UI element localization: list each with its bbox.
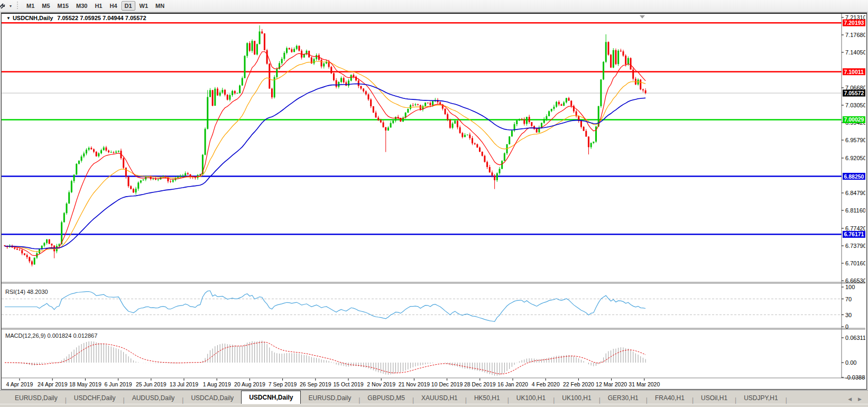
candle-body bbox=[620, 51, 622, 51]
tab-uk100-h1[interactable]: UK100,H1 bbox=[555, 392, 598, 404]
candle-body bbox=[205, 129, 206, 155]
candle-body bbox=[417, 105, 419, 105]
candle-body bbox=[516, 121, 518, 124]
candle-body bbox=[239, 86, 241, 93]
timeframe-button-h1[interactable]: H1 bbox=[91, 1, 105, 11]
symbol-dropdown-icon[interactable]: ▼ bbox=[6, 16, 11, 21]
ma-fast-line bbox=[5, 52, 645, 256]
tab-xauusd-h1[interactable]: XAUUSD,H1 bbox=[414, 392, 465, 404]
tab-usdjpy-h1[interactable]: USDJPY,H1 bbox=[736, 392, 785, 404]
candle-body bbox=[583, 127, 585, 131]
candle-body bbox=[588, 136, 589, 147]
chart-canvas[interactable]: 7.213107.176807.140507.066807.030506.994… bbox=[2, 14, 865, 388]
candle-body bbox=[645, 90, 647, 93]
candle-body bbox=[113, 152, 114, 153]
chart-ohlc-values: 7.05522 7.05925 7.04944 7.05572 bbox=[57, 15, 146, 21]
tab-eurusd-daily[interactable]: EURUSD,Daily bbox=[7, 392, 65, 404]
candle-body bbox=[390, 123, 392, 128]
tabs-scroll-left-icon[interactable]: ◀ bbox=[848, 396, 852, 402]
candle-body bbox=[427, 103, 429, 103]
tab-hk50-h1[interactable]: HK50,H1 bbox=[467, 392, 507, 404]
tab-usdcad-daily[interactable]: USDCAD,Daily bbox=[183, 392, 241, 404]
timeframe-button-w1[interactable]: W1 bbox=[136, 1, 152, 11]
toolbar-grip[interactable] bbox=[16, 2, 19, 10]
ma-slow-line bbox=[5, 84, 645, 249]
dropdown-caret-icon[interactable]: ▾ bbox=[10, 4, 12, 8]
candle-body bbox=[103, 147, 105, 150]
timeframe-toolbar: ▾ M1M5M15M30H1H4D1W1MN bbox=[0, 0, 868, 12]
candle-body bbox=[98, 153, 99, 156]
timeframe-button-m30[interactable]: M30 bbox=[73, 1, 90, 11]
candle-body bbox=[242, 78, 243, 86]
candle-body bbox=[76, 164, 77, 174]
tab-usdcnh-daily[interactable]: USDCNH,Daily bbox=[241, 391, 301, 404]
candle-body bbox=[350, 75, 352, 81]
candle-body bbox=[110, 152, 112, 153]
candle-body bbox=[271, 89, 273, 97]
trading-app: ▾ M1M5M15M30H1H4D1W1MN ▼USDCNH,Daily7.05… bbox=[0, 0, 868, 407]
timeframe-button-mn[interactable]: MN bbox=[152, 1, 168, 11]
timeframe-button-m1[interactable]: M1 bbox=[23, 1, 38, 11]
candle-body bbox=[479, 147, 481, 152]
candle-body bbox=[232, 91, 233, 95]
chart-title: ▼USDCNH,Daily7.05522 7.05925 7.04944 7.0… bbox=[5, 15, 148, 22]
tab-fra40-h1[interactable]: FRA40,H1 bbox=[648, 392, 692, 404]
tab-usoil-h1[interactable]: USOil,H1 bbox=[694, 392, 735, 404]
candle-body bbox=[14, 247, 15, 248]
candle-body bbox=[392, 121, 394, 123]
candle-body bbox=[71, 181, 72, 192]
candle-body bbox=[457, 121, 458, 127]
candle-body bbox=[523, 119, 525, 124]
candle-body bbox=[29, 257, 30, 261]
cursor-tool-button[interactable]: ▾ bbox=[0, 2, 14, 10]
candle-body bbox=[78, 161, 80, 164]
candle-body bbox=[266, 50, 268, 64]
candle-body bbox=[170, 181, 171, 182]
candle-body bbox=[234, 91, 236, 93]
candle-body bbox=[289, 48, 290, 49]
candle-body bbox=[499, 169, 501, 173]
candle-body bbox=[375, 113, 377, 117]
candle-body bbox=[642, 89, 644, 90]
candle-body bbox=[46, 239, 48, 243]
candle-body bbox=[489, 167, 491, 172]
candle-body bbox=[286, 48, 288, 53]
tab-audusd-daily[interactable]: AUDUSD,Daily bbox=[125, 392, 182, 404]
candle-body bbox=[81, 156, 82, 161]
candle-body bbox=[123, 158, 124, 168]
price-axis[interactable] bbox=[842, 14, 865, 378]
date-axis[interactable] bbox=[2, 378, 865, 388]
tab-uk100-h1[interactable]: UK100,H1 bbox=[509, 392, 553, 404]
tab-eurusd-daily[interactable]: EURUSD,Daily bbox=[301, 392, 358, 404]
chart-shift-icon bbox=[640, 15, 645, 18]
candle-body bbox=[610, 55, 612, 68]
ma-mid-line bbox=[5, 61, 645, 252]
candle-body bbox=[373, 106, 374, 113]
timeframe-button-m5[interactable]: M5 bbox=[39, 1, 53, 11]
candle-body bbox=[553, 107, 555, 109]
timeframe-button-d1[interactable]: D1 bbox=[122, 1, 135, 11]
tab-gbpusd-m5[interactable]: GBPUSD,M5 bbox=[360, 392, 412, 404]
candle-body bbox=[73, 174, 75, 181]
candle-body bbox=[452, 124, 454, 128]
candle-body bbox=[34, 257, 35, 264]
timeframe-button-m15[interactable]: M15 bbox=[54, 1, 72, 11]
candle-body bbox=[383, 122, 384, 127]
candle-body bbox=[172, 180, 174, 182]
candle-body bbox=[261, 32, 263, 34]
candle-body bbox=[143, 180, 144, 181]
candle-body bbox=[432, 101, 433, 105]
candle-body bbox=[118, 151, 119, 152]
tabs-scroll-right-icon[interactable]: ▶ bbox=[858, 396, 862, 402]
candle-body bbox=[281, 59, 283, 63]
candle-body bbox=[207, 97, 208, 129]
candle-body bbox=[558, 102, 560, 105]
candle-body bbox=[133, 189, 134, 193]
candle-body bbox=[155, 179, 156, 180]
candle-body bbox=[617, 51, 619, 64]
timeframe-button-h4[interactable]: H4 bbox=[106, 1, 120, 11]
tab-ger30-h1[interactable]: GER30,H1 bbox=[601, 392, 646, 404]
candle-body bbox=[548, 111, 550, 116]
tab-usdchf-daily[interactable]: USDCHF,Daily bbox=[67, 392, 123, 404]
candle-body bbox=[385, 127, 386, 131]
